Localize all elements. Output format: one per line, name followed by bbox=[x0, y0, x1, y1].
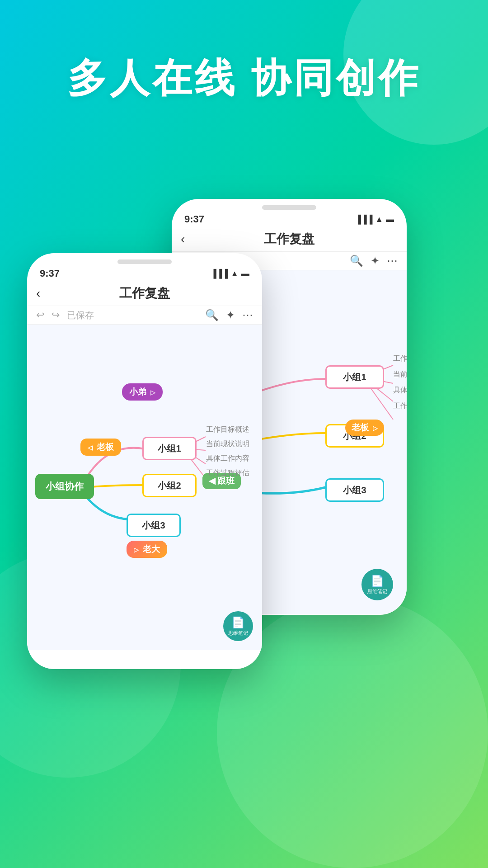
signal-icon-back: ▐▐▐ bbox=[355, 215, 372, 224]
hero-title: 多人在线 协同创作 bbox=[0, 54, 488, 102]
branch-text-3-back: 具体工作内容 bbox=[393, 386, 407, 395]
app-title-back: 工作复盘 bbox=[264, 231, 314, 248]
node-center: 小组协作 bbox=[35, 474, 94, 499]
branch-text-2-front: 当前现状说明 bbox=[206, 439, 249, 449]
share-btn-front[interactable]: ✦ bbox=[226, 309, 235, 321]
status-time-back: 9:37 bbox=[184, 213, 204, 225]
svg-line-3 bbox=[371, 388, 393, 420]
app-bar-front: ‹ 工作复盘 bbox=[27, 281, 262, 306]
more-btn-front[interactable]: ⋯ bbox=[242, 309, 253, 321]
undo-btn-front[interactable]: ↩ bbox=[36, 309, 44, 321]
phone-notch-back bbox=[262, 205, 316, 210]
toolbar-front: ↩ ↪ 已保存 🔍 ✦ ⋯ bbox=[27, 306, 262, 325]
bubble-xiaodie: 小弟 ▷ bbox=[122, 383, 163, 401]
branch-text-1-front: 工作目标概述 bbox=[206, 425, 249, 434]
bubble-laobao-front: ◁ 老板 bbox=[80, 439, 121, 456]
status-bar-back: 9:37 ▐▐▐ ▲ ▬ bbox=[172, 210, 407, 227]
signal-icon-front: ▐▐▐ bbox=[211, 269, 228, 278]
wifi-icon-back: ▲ bbox=[375, 215, 383, 224]
phone-notch-front bbox=[117, 259, 172, 264]
status-bar-front: 9:37 ▐▐▐ ▲ ▬ bbox=[27, 264, 262, 281]
back-button-back[interactable]: ‹ bbox=[181, 232, 185, 246]
node-group3-front: 小组3 bbox=[127, 514, 181, 537]
more-btn-back[interactable]: ⋯ bbox=[387, 255, 398, 267]
status-icons-front: ▐▐▐ ▲ ▬ bbox=[211, 269, 249, 278]
status-time-front: 9:37 bbox=[40, 268, 60, 279]
search-btn-front[interactable]: 🔍 bbox=[205, 309, 219, 321]
bubble-laoda: ▷ 老大 bbox=[127, 541, 167, 558]
hero-title-area: 多人在线 协同创作 bbox=[0, 54, 488, 102]
node-group2-front: 小组2 bbox=[142, 474, 197, 497]
branch-text-4-back: 工作过程评估 bbox=[393, 401, 407, 411]
branch-text-1-back: 工作目标概述 bbox=[393, 354, 407, 363]
battery-icon-front: ▬ bbox=[241, 269, 249, 278]
node-group3-back: 小组3 bbox=[325, 478, 384, 502]
app-bar-back: ‹ 工作复盘 bbox=[172, 227, 407, 252]
search-btn-back[interactable]: 🔍 bbox=[350, 255, 363, 267]
notes-button-front[interactable]: 📄 思维笔记 bbox=[223, 611, 253, 641]
node-group1-front: 小组1 bbox=[142, 437, 197, 460]
notes-icon-front: 📄 bbox=[231, 616, 245, 629]
wifi-icon-front: ▲ bbox=[230, 269, 239, 278]
share-btn-back[interactable]: ✦ bbox=[371, 255, 380, 267]
branch-text-4-front: 工作过程评估 bbox=[206, 468, 249, 478]
saved-status-front: 已保存 bbox=[67, 309, 94, 321]
branch-text-2-back: 当前现状说明 bbox=[393, 370, 407, 379]
phone-front: 9:37 ▐▐▐ ▲ ▬ ‹ 工作复盘 ↩ ↪ 已保存 🔍 ✦ ⋯ bbox=[27, 253, 262, 669]
app-title-front: 工作复盘 bbox=[119, 285, 170, 302]
back-button-front[interactable]: ‹ bbox=[36, 286, 40, 301]
redo-btn-front[interactable]: ↪ bbox=[52, 309, 60, 321]
node-group1-back: 小组1 bbox=[325, 365, 384, 389]
notes-button-back[interactable]: 📄 思维笔记 bbox=[361, 569, 393, 600]
status-icons-back: ▐▐▐ ▲ ▬ bbox=[355, 215, 394, 224]
battery-icon-back: ▬ bbox=[386, 215, 394, 224]
branch-text-3-front: 具体工作内容 bbox=[206, 454, 249, 463]
mind-canvas-front: 小弟 ▷ ◁ 老板 小组协作 小组1 小组2 ◀跟班 bbox=[27, 325, 262, 650]
phones-showcase: 9:37 ▐▐▐ ▲ ▬ ‹ 工作复盘 ↩ ↪ 已保存 🔍 ✦ ⋯ bbox=[0, 163, 488, 868]
notes-icon-back: 📄 bbox=[371, 575, 384, 587]
bubble-laobao-back: 老板 ▷ bbox=[345, 420, 384, 436]
